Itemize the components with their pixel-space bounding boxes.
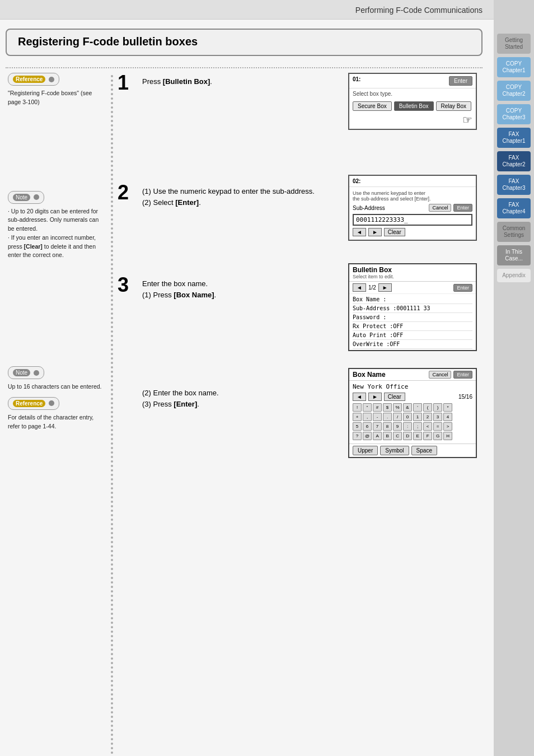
sidebar-tab-fax3[interactable]: FAXChapter3	[497, 175, 531, 195]
kbd-key[interactable]: ?	[353, 432, 362, 440]
relay-box-btn[interactable]: Relay Box	[436, 101, 472, 111]
space-btn[interactable]: Space	[411, 446, 437, 455]
bn-input[interactable]: New York Office	[353, 383, 472, 390]
kbd-row-2: 5 6 7 8 9 : ; < = >	[353, 422, 472, 431]
main-body: Reference "Registering F-code boxes" (se…	[6, 73, 483, 756]
kbd-key[interactable]: <	[423, 422, 432, 431]
kbd-key[interactable]: 9	[393, 422, 402, 431]
kbd-key[interactable]: 0	[403, 413, 412, 421]
kbd-key[interactable]: A	[373, 432, 382, 440]
screen01-enter-btn[interactable]: Enter	[449, 76, 472, 86]
upper-btn[interactable]: Upper	[353, 446, 378, 455]
kbd-key[interactable]: E	[413, 432, 422, 440]
kbd-key[interactable]: !	[353, 403, 362, 412]
sidebar-tab-appendix[interactable]: Appendix	[497, 269, 531, 282]
screen02-sublabel: Sub-Address	[353, 205, 427, 211]
bulletin-box-btn[interactable]: Bulletin Box	[394, 101, 434, 111]
bn-count: 15/16	[458, 394, 472, 400]
bn-cancel-btn[interactable]: Cancel	[429, 371, 451, 379]
kbd-key[interactable]: B	[383, 432, 392, 440]
kbd-key[interactable]: $	[383, 403, 392, 412]
sidebar-tab-copy2[interactable]: COPYChapter2	[497, 81, 531, 101]
bn-enter-btn[interactable]: Enter	[453, 371, 472, 379]
kbd-key[interactable]: ,	[363, 413, 372, 421]
ref-dot-1	[49, 77, 54, 82]
kbd-key[interactable]: *	[443, 403, 452, 412]
note-text-2: Up to 16 characters can be entered.	[8, 382, 104, 391]
kbd-key[interactable]: )	[433, 403, 442, 412]
kbd-key[interactable]: D	[403, 432, 412, 440]
step-1-number: 1	[118, 73, 138, 93]
kbd-key[interactable]: 5	[353, 422, 362, 431]
kbd-key[interactable]: (	[423, 403, 432, 412]
bul-field-1: Sub-Address :0001111 33	[353, 304, 472, 313]
sidebar-tab-fax4[interactable]: FAXChapter4	[497, 198, 531, 218]
bul-enter-btn[interactable]: Enter	[453, 284, 472, 292]
screen02-nav-right[interactable]: ►	[368, 228, 382, 236]
bn-nav-left[interactable]: ◄	[353, 393, 366, 401]
kbd-key[interactable]: .	[383, 413, 392, 421]
kbd-key[interactable]: F	[423, 432, 432, 440]
kbd-key[interactable]: 6	[363, 422, 372, 431]
kbd-key[interactable]: 4	[443, 413, 452, 421]
screen02-enter-btn[interactable]: Enter	[453, 204, 472, 212]
kbd-key[interactable]: =	[433, 422, 442, 431]
kbd-key[interactable]: /	[393, 413, 402, 421]
bul-page: 1/2	[368, 284, 376, 291]
note-dot-2	[34, 370, 39, 376]
screens-col: 01: Enter Select box type. Secure Box Bu…	[348, 73, 483, 756]
bn-clear-btn[interactable]: Clear	[384, 393, 405, 401]
bul-field-3: Rx Protect :OFF	[353, 322, 472, 331]
sidebar-tab-fax1[interactable]: FAXChapter1	[497, 128, 531, 148]
screen-spacer-2	[348, 246, 483, 258]
kbd-key[interactable]: #	[373, 403, 382, 412]
kbd-key[interactable]: &	[403, 403, 412, 412]
section-title-box: Registering F-code bulletin boxes	[6, 29, 483, 56]
kbd-key[interactable]: 7	[373, 422, 382, 431]
step-3b-sub3: (3) Press [Enter].	[142, 400, 199, 408]
ref-text-1: "Registering F-code boxes" (see page 3-1…	[8, 89, 104, 107]
kbd-key[interactable]: H	[443, 432, 452, 440]
kbd-key[interactable]: "	[363, 403, 372, 412]
kbd-key[interactable]: +	[353, 413, 362, 421]
bn-nav: ◄ ► Clear 15/16	[353, 393, 472, 401]
kbd-key[interactable]: 1	[413, 413, 422, 421]
sidebar-tab-common[interactable]: CommonSettings	[497, 222, 531, 242]
sidebar-tab-copy3[interactable]: COPYChapter3	[497, 104, 531, 124]
ref-text-2: For details of the character entry, refe…	[8, 413, 104, 431]
bul-nav-left[interactable]: ◄	[353, 283, 366, 292]
screen02-clear-btn[interactable]: Clear	[384, 228, 405, 236]
sidebar-tab-getting-started[interactable]: GettingStarted	[497, 34, 531, 54]
note-2: Note Up to 16 characters can be entered.	[6, 366, 106, 391]
kbd-key[interactable]: 2	[423, 413, 432, 421]
sidebar-tab-fax2[interactable]: FAXChapter2	[497, 151, 531, 171]
kbd-key[interactable]: :	[403, 422, 412, 431]
bulletin-box-screen: Bulletin Box Select item to edit. ◄ 1/2 …	[348, 263, 477, 351]
symbol-btn[interactable]: Symbol	[380, 446, 409, 455]
kbd-key[interactable]: ;	[413, 422, 422, 431]
kbd-key[interactable]: '	[413, 403, 422, 412]
kbd-key[interactable]: 3	[433, 413, 442, 421]
kbd-key[interactable]: G	[433, 432, 442, 440]
screen02-title: Use the numeric keypad to enterthe sub-a…	[353, 190, 472, 202]
secure-box-btn[interactable]: Secure Box	[353, 101, 392, 111]
kbd-key[interactable]: @	[363, 432, 372, 440]
screen02-cancel-btn[interactable]: Cancel	[429, 204, 451, 212]
kbd-key[interactable]: >	[443, 422, 452, 431]
ref-box-1: Reference	[8, 73, 59, 86]
bn-nav-right[interactable]: ►	[368, 393, 382, 401]
bul-nav-right[interactable]: ►	[378, 283, 392, 292]
screen02-body: Use the numeric keypad to enterthe sub-a…	[349, 187, 476, 240]
kbd-key[interactable]: -	[373, 413, 382, 421]
kbd-key[interactable]: C	[393, 432, 402, 440]
step-3: 3 Enter the box name. (1) Press [Box Nam…	[118, 275, 341, 300]
left-annotations: Reference "Registering F-code boxes" (se…	[6, 73, 106, 756]
screen02-nav-left[interactable]: ◄	[353, 228, 366, 236]
kbd-key[interactable]: 8	[383, 422, 392, 431]
screen01-header: 01: Enter	[349, 74, 476, 88]
kbd-key[interactable]: %	[393, 403, 402, 412]
sidebar-tab-copy1[interactable]: COPYChapter1	[497, 57, 531, 77]
page: Performing F-Code Communications Registe…	[0, 0, 534, 756]
screen02-input[interactable]: 0001112223333_	[353, 214, 472, 226]
sidebar-tab-inthiscase[interactable]: In ThisCase...	[497, 245, 531, 265]
